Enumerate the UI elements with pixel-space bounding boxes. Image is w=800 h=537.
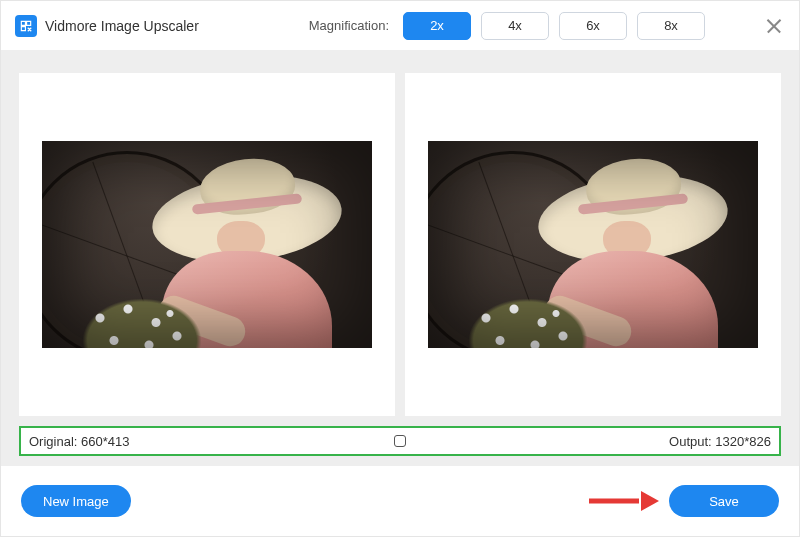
output-panel <box>405 73 781 416</box>
output-image <box>428 141 758 348</box>
magnification-option-4x[interactable]: 4x <box>481 12 549 40</box>
magnification-option-6x[interactable]: 6x <box>559 12 627 40</box>
magnification-group: 2x 4x 6x 8x <box>403 12 705 40</box>
compare-checkbox[interactable] <box>394 435 406 447</box>
magnification-label: Magnification: <box>309 18 389 33</box>
close-icon[interactable] <box>763 15 785 37</box>
output-resolution-label: Output: <box>669 434 712 449</box>
annotation-arrow-icon <box>589 491 659 511</box>
original-panel <box>19 73 395 416</box>
output-resolution: Output: 1320*826 <box>669 434 771 449</box>
preview-panels <box>19 73 781 416</box>
magnification-option-8x[interactable]: 8x <box>637 12 705 40</box>
magnification-option-2x[interactable]: 2x <box>403 12 471 40</box>
footer-bar: New Image Save <box>1 466 799 536</box>
new-image-button[interactable]: New Image <box>21 485 131 517</box>
resolution-status-bar: Original: 660*413 Output: 1320*826 <box>19 426 781 456</box>
app-logo-icon <box>15 15 37 37</box>
app-window: Vidmore Image Upscaler Magnification: 2x… <box>0 0 800 537</box>
original-resolution: Original: 660*413 <box>29 434 130 449</box>
app-title: Vidmore Image Upscaler <box>45 18 199 34</box>
preview-area: Original: 660*413 Output: 1320*826 <box>1 51 799 466</box>
original-resolution-label: Original: <box>29 434 77 449</box>
original-resolution-value: 660*413 <box>81 434 129 449</box>
save-button[interactable]: Save <box>669 485 779 517</box>
output-resolution-value: 1320*826 <box>715 434 771 449</box>
original-image <box>42 141 372 348</box>
header-bar: Vidmore Image Upscaler Magnification: 2x… <box>1 1 799 51</box>
